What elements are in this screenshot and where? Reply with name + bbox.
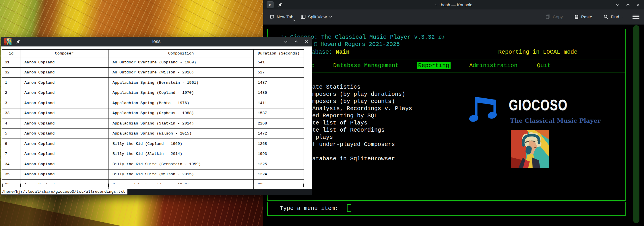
find-button[interactable]: Find... — [602, 12, 624, 22]
table-cell: 1224 — [254, 169, 304, 180]
table-row: 31Aaron CoplandAn Outdoor Overture (Copl… — [2, 57, 304, 68]
table-cell: 6 — [2, 139, 20, 149]
terminal-screen[interactable]: ♫♪ Giocoso: The Classical Music Player v… — [263, 25, 644, 226]
paste-label: Paste — [581, 14, 592, 19]
table-cell: Aaron Copland — [20, 67, 108, 78]
konsole-toolbar: New Tab Split View Copy — [263, 9, 644, 25]
menu-list-item-clipped — [312, 148, 412, 155]
table-cell: An Outdoor Overture (Wilson - 2016) — [108, 67, 254, 78]
table-cell: 1268 — [254, 139, 304, 149]
menu-list-item-clipped: mposers (by play counts) — [312, 98, 412, 105]
menu-list-item-clipped: atabase in SqliteBrowser — [312, 155, 412, 162]
new-tab-icon — [269, 14, 274, 19]
menu-item-label: Reporting — [417, 62, 451, 69]
maximize-icon[interactable] — [626, 3, 630, 7]
minimize-icon[interactable] — [284, 39, 288, 44]
close-icon[interactable] — [636, 3, 641, 7]
table-cell: Appalachian Spring (Mehta - 1976) — [108, 98, 254, 108]
table-cell: Aaron Copland — [20, 88, 108, 98]
copy-button[interactable]: Copy — [544, 12, 565, 22]
table-row: 1Aaron CoplandAppalachian Spring (Bernst… — [2, 78, 304, 88]
table-row: 4Aaron CoplandAppalachian Spring (Slatki… — [2, 118, 304, 129]
table-cell: 32 — [2, 67, 20, 78]
table-cell: Billy the Kid (Slatkin - 2014) — [108, 149, 254, 159]
giocoso-tagline: The Classical Music Player — [510, 117, 601, 124]
terminal-cursor[interactable] — [347, 204, 351, 212]
reporting-menu-list: ate Statisticsmposers (by play durations… — [312, 83, 412, 162]
pin-icon[interactable] — [278, 2, 282, 7]
table-cell: An Outdoor Overture (Copland - 1969) — [108, 57, 254, 68]
recordings-table-body: 31Aaron CoplandAn Outdoor Overture (Copl… — [2, 57, 304, 190]
table-row: 7Aaron CoplandBilly the Kid (Slatkin - 2… — [2, 149, 304, 159]
table-cell: Billy the Kid (Copland - 1969) — [108, 139, 254, 149]
less-app-icon — [4, 38, 11, 45]
beethoven-artwork — [511, 130, 549, 168]
table-row: 5Aaron CoplandAppalachian Spring (Wilson… — [2, 128, 304, 139]
minimize-icon[interactable] — [615, 3, 620, 7]
menu-list-item-clipped: te list of Recordings — [312, 126, 412, 134]
database-label-clipped: abase: — [312, 49, 336, 55]
desktop: > ~ : bash — Konsole New Tab — [0, 0, 644, 226]
table-cell: 1537 — [254, 108, 304, 118]
table-cell: 1487 — [254, 78, 304, 88]
close-icon[interactable] — [304, 39, 309, 44]
copyright-line: © Howard Rogers 2021-2025 — [314, 41, 400, 48]
menu-item-reporting-selected[interactable]: Reporting — [417, 62, 451, 69]
table-cell: 1993 — [254, 149, 304, 159]
table-row: 35Aaron CoplandBilly the Kid Suite (Wils… — [2, 169, 304, 180]
hotkey-letter: D — [333, 62, 337, 69]
table-cell: 541 — [254, 57, 304, 68]
konsole-titlebar[interactable]: > ~ : bash — Konsole — [263, 0, 644, 9]
paste-button[interactable]: Paste — [573, 12, 594, 22]
table-row: 32Aaron CoplandAn Outdoor Overture (Wils… — [2, 67, 304, 78]
table-row: 2Aaron CoplandAppalachian Spring (Coplan… — [2, 88, 304, 98]
table-cell: Aaron Copland — [20, 139, 108, 149]
scrollbar-track — [630, 25, 630, 226]
menu-item-database-management[interactable]: Database Management — [333, 62, 399, 69]
less-content[interactable]: id Composer Composition Duration (Second… — [1, 46, 312, 195]
table-cell: Aaron Copland — [20, 159, 108, 170]
chevron-down-icon — [329, 16, 332, 18]
table-cell: 34 — [2, 159, 20, 170]
table-row: 34Aaron CoplandBilly the Kid Suite (Bern… — [2, 159, 304, 170]
table-cell: 1411 — [254, 98, 304, 108]
copy-label: Copy — [553, 14, 563, 19]
less-status-bar: /home/hjr/.local/share/giocoso3/txt/allr… — [1, 189, 312, 195]
table-cell: Aaron Copland — [20, 98, 108, 108]
column-header-composition: Composition — [108, 50, 254, 57]
split-view-icon — [301, 15, 306, 19]
menu-item-quit[interactable]: Quit — [537, 62, 551, 69]
table-cell: 3 — [2, 98, 20, 108]
menu-list-item-clipped: f under-played Composers — [312, 141, 412, 148]
table-cell: Appalachian Spring (Orpheus - 1988) — [108, 108, 254, 118]
table-cell: 7 — [2, 149, 20, 159]
table-cell: 33 — [2, 108, 20, 118]
column-header-composer: Composer — [20, 50, 108, 57]
table-row: 6Aaron CoplandBilly the Kid (Copland - 1… — [2, 139, 304, 149]
table-cell: Appalachian Spring (Slatkin - 2014) — [108, 118, 254, 129]
table-cell: Aaron Copland — [20, 149, 108, 159]
menu-list-item-clipped: plays — [312, 134, 412, 141]
scrollbar-thumb[interactable] — [633, 25, 639, 223]
pin-icon[interactable] — [15, 39, 20, 44]
menu-item-label: uit — [540, 62, 551, 69]
table-cell: Aaron Copland — [20, 108, 108, 118]
table-cell: Appalachian Spring (Bernstein - 1961) — [108, 78, 254, 88]
database-value: Main — [336, 49, 350, 55]
database-line: abase: Main — [312, 49, 350, 55]
less-titlebar[interactable]: less — [1, 37, 312, 46]
table-cell: Aaron Copland — [20, 118, 108, 129]
hamburger-menu-icon[interactable] — [633, 14, 639, 19]
split-view-button[interactable]: Split View — [299, 12, 334, 22]
table-cell: 527 — [254, 67, 304, 78]
new-tab-button[interactable]: New Tab — [268, 12, 295, 22]
table-cell: Billy the Kid Suite (Bernstein - 1959) — [108, 159, 254, 170]
menu-list-item-clipped: mposers (by play durations) — [312, 91, 412, 98]
column-header-duration: Duration (Seconds) — [254, 50, 304, 57]
music-note-icon — [466, 93, 500, 123]
menu-list-item-clipped: te list of Plays — [312, 119, 412, 126]
table-cell: Aaron Copland — [20, 57, 108, 68]
new-tab-label: New Tab — [277, 14, 293, 19]
maximize-icon[interactable] — [294, 39, 298, 44]
menu-item-administration[interactable]: Administration — [469, 62, 517, 69]
